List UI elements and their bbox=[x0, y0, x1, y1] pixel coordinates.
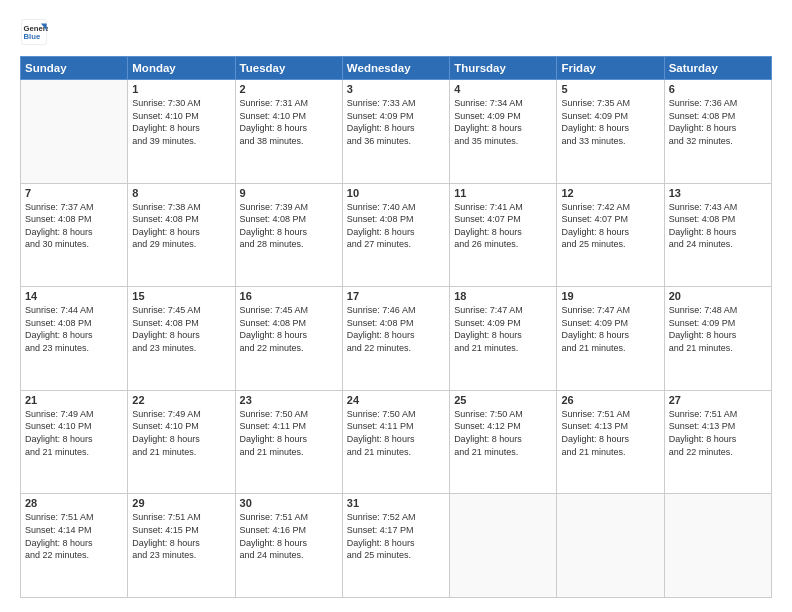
day-cell: 8Sunrise: 7:38 AM Sunset: 4:08 PM Daylig… bbox=[128, 183, 235, 287]
day-info: Sunrise: 7:34 AM Sunset: 4:09 PM Dayligh… bbox=[454, 97, 552, 147]
day-info: Sunrise: 7:36 AM Sunset: 4:08 PM Dayligh… bbox=[669, 97, 767, 147]
day-number: 31 bbox=[347, 497, 445, 509]
day-number: 21 bbox=[25, 394, 123, 406]
day-info: Sunrise: 7:49 AM Sunset: 4:10 PM Dayligh… bbox=[132, 408, 230, 458]
day-cell: 24Sunrise: 7:50 AM Sunset: 4:11 PM Dayli… bbox=[342, 390, 449, 494]
logo-icon: General Blue bbox=[20, 18, 48, 46]
logo: General Blue bbox=[20, 18, 50, 46]
day-number: 17 bbox=[347, 290, 445, 302]
day-info: Sunrise: 7:39 AM Sunset: 4:08 PM Dayligh… bbox=[240, 201, 338, 251]
day-info: Sunrise: 7:43 AM Sunset: 4:08 PM Dayligh… bbox=[669, 201, 767, 251]
day-number: 30 bbox=[240, 497, 338, 509]
weekday-header-saturday: Saturday bbox=[664, 57, 771, 80]
day-info: Sunrise: 7:51 AM Sunset: 4:16 PM Dayligh… bbox=[240, 511, 338, 561]
day-cell: 5Sunrise: 7:35 AM Sunset: 4:09 PM Daylig… bbox=[557, 80, 664, 184]
weekday-header-wednesday: Wednesday bbox=[342, 57, 449, 80]
day-number: 18 bbox=[454, 290, 552, 302]
day-cell: 29Sunrise: 7:51 AM Sunset: 4:15 PM Dayli… bbox=[128, 494, 235, 598]
day-info: Sunrise: 7:42 AM Sunset: 4:07 PM Dayligh… bbox=[561, 201, 659, 251]
day-info: Sunrise: 7:50 AM Sunset: 4:11 PM Dayligh… bbox=[240, 408, 338, 458]
day-cell: 4Sunrise: 7:34 AM Sunset: 4:09 PM Daylig… bbox=[450, 80, 557, 184]
day-cell: 1Sunrise: 7:30 AM Sunset: 4:10 PM Daylig… bbox=[128, 80, 235, 184]
day-cell bbox=[557, 494, 664, 598]
day-info: Sunrise: 7:30 AM Sunset: 4:10 PM Dayligh… bbox=[132, 97, 230, 147]
day-number: 15 bbox=[132, 290, 230, 302]
day-number: 26 bbox=[561, 394, 659, 406]
weekday-header-row: SundayMondayTuesdayWednesdayThursdayFrid… bbox=[21, 57, 772, 80]
day-cell: 3Sunrise: 7:33 AM Sunset: 4:09 PM Daylig… bbox=[342, 80, 449, 184]
day-number: 22 bbox=[132, 394, 230, 406]
day-info: Sunrise: 7:37 AM Sunset: 4:08 PM Dayligh… bbox=[25, 201, 123, 251]
day-info: Sunrise: 7:45 AM Sunset: 4:08 PM Dayligh… bbox=[132, 304, 230, 354]
weekday-header-sunday: Sunday bbox=[21, 57, 128, 80]
day-cell: 2Sunrise: 7:31 AM Sunset: 4:10 PM Daylig… bbox=[235, 80, 342, 184]
week-row-2: 7Sunrise: 7:37 AM Sunset: 4:08 PM Daylig… bbox=[21, 183, 772, 287]
day-number: 5 bbox=[561, 83, 659, 95]
day-info: Sunrise: 7:46 AM Sunset: 4:08 PM Dayligh… bbox=[347, 304, 445, 354]
day-number: 10 bbox=[347, 187, 445, 199]
day-info: Sunrise: 7:38 AM Sunset: 4:08 PM Dayligh… bbox=[132, 201, 230, 251]
day-cell: 18Sunrise: 7:47 AM Sunset: 4:09 PM Dayli… bbox=[450, 287, 557, 391]
day-info: Sunrise: 7:51 AM Sunset: 4:13 PM Dayligh… bbox=[669, 408, 767, 458]
day-cell: 19Sunrise: 7:47 AM Sunset: 4:09 PM Dayli… bbox=[557, 287, 664, 391]
day-info: Sunrise: 7:47 AM Sunset: 4:09 PM Dayligh… bbox=[561, 304, 659, 354]
weekday-header-thursday: Thursday bbox=[450, 57, 557, 80]
day-number: 7 bbox=[25, 187, 123, 199]
day-cell bbox=[21, 80, 128, 184]
day-cell: 27Sunrise: 7:51 AM Sunset: 4:13 PM Dayli… bbox=[664, 390, 771, 494]
day-info: Sunrise: 7:33 AM Sunset: 4:09 PM Dayligh… bbox=[347, 97, 445, 147]
day-info: Sunrise: 7:48 AM Sunset: 4:09 PM Dayligh… bbox=[669, 304, 767, 354]
day-number: 13 bbox=[669, 187, 767, 199]
day-cell: 26Sunrise: 7:51 AM Sunset: 4:13 PM Dayli… bbox=[557, 390, 664, 494]
day-cell: 10Sunrise: 7:40 AM Sunset: 4:08 PM Dayli… bbox=[342, 183, 449, 287]
day-info: Sunrise: 7:51 AM Sunset: 4:13 PM Dayligh… bbox=[561, 408, 659, 458]
day-number: 25 bbox=[454, 394, 552, 406]
svg-text:Blue: Blue bbox=[24, 32, 41, 41]
day-number: 1 bbox=[132, 83, 230, 95]
day-number: 28 bbox=[25, 497, 123, 509]
day-number: 4 bbox=[454, 83, 552, 95]
day-cell: 15Sunrise: 7:45 AM Sunset: 4:08 PM Dayli… bbox=[128, 287, 235, 391]
day-cell: 31Sunrise: 7:52 AM Sunset: 4:17 PM Dayli… bbox=[342, 494, 449, 598]
week-row-1: 1Sunrise: 7:30 AM Sunset: 4:10 PM Daylig… bbox=[21, 80, 772, 184]
week-row-4: 21Sunrise: 7:49 AM Sunset: 4:10 PM Dayli… bbox=[21, 390, 772, 494]
day-cell: 30Sunrise: 7:51 AM Sunset: 4:16 PM Dayli… bbox=[235, 494, 342, 598]
day-info: Sunrise: 7:51 AM Sunset: 4:15 PM Dayligh… bbox=[132, 511, 230, 561]
day-info: Sunrise: 7:41 AM Sunset: 4:07 PM Dayligh… bbox=[454, 201, 552, 251]
day-number: 27 bbox=[669, 394, 767, 406]
day-cell: 22Sunrise: 7:49 AM Sunset: 4:10 PM Dayli… bbox=[128, 390, 235, 494]
day-number: 3 bbox=[347, 83, 445, 95]
day-number: 12 bbox=[561, 187, 659, 199]
day-number: 2 bbox=[240, 83, 338, 95]
day-number: 14 bbox=[25, 290, 123, 302]
day-info: Sunrise: 7:45 AM Sunset: 4:08 PM Dayligh… bbox=[240, 304, 338, 354]
day-info: Sunrise: 7:52 AM Sunset: 4:17 PM Dayligh… bbox=[347, 511, 445, 561]
day-cell: 28Sunrise: 7:51 AM Sunset: 4:14 PM Dayli… bbox=[21, 494, 128, 598]
day-cell bbox=[450, 494, 557, 598]
week-row-3: 14Sunrise: 7:44 AM Sunset: 4:08 PM Dayli… bbox=[21, 287, 772, 391]
header: General Blue bbox=[20, 18, 772, 46]
day-cell: 6Sunrise: 7:36 AM Sunset: 4:08 PM Daylig… bbox=[664, 80, 771, 184]
day-info: Sunrise: 7:49 AM Sunset: 4:10 PM Dayligh… bbox=[25, 408, 123, 458]
day-info: Sunrise: 7:40 AM Sunset: 4:08 PM Dayligh… bbox=[347, 201, 445, 251]
day-info: Sunrise: 7:35 AM Sunset: 4:09 PM Dayligh… bbox=[561, 97, 659, 147]
day-info: Sunrise: 7:31 AM Sunset: 4:10 PM Dayligh… bbox=[240, 97, 338, 147]
day-number: 23 bbox=[240, 394, 338, 406]
day-info: Sunrise: 7:50 AM Sunset: 4:12 PM Dayligh… bbox=[454, 408, 552, 458]
weekday-header-monday: Monday bbox=[128, 57, 235, 80]
day-number: 29 bbox=[132, 497, 230, 509]
day-info: Sunrise: 7:44 AM Sunset: 4:08 PM Dayligh… bbox=[25, 304, 123, 354]
day-number: 8 bbox=[132, 187, 230, 199]
calendar-table: SundayMondayTuesdayWednesdayThursdayFrid… bbox=[20, 56, 772, 598]
day-cell: 21Sunrise: 7:49 AM Sunset: 4:10 PM Dayli… bbox=[21, 390, 128, 494]
day-cell: 17Sunrise: 7:46 AM Sunset: 4:08 PM Dayli… bbox=[342, 287, 449, 391]
day-info: Sunrise: 7:51 AM Sunset: 4:14 PM Dayligh… bbox=[25, 511, 123, 561]
week-row-5: 28Sunrise: 7:51 AM Sunset: 4:14 PM Dayli… bbox=[21, 494, 772, 598]
day-cell: 7Sunrise: 7:37 AM Sunset: 4:08 PM Daylig… bbox=[21, 183, 128, 287]
day-number: 11 bbox=[454, 187, 552, 199]
day-number: 6 bbox=[669, 83, 767, 95]
page: General Blue SundayMondayTuesdayWednesda… bbox=[0, 0, 792, 612]
day-info: Sunrise: 7:47 AM Sunset: 4:09 PM Dayligh… bbox=[454, 304, 552, 354]
day-cell: 25Sunrise: 7:50 AM Sunset: 4:12 PM Dayli… bbox=[450, 390, 557, 494]
day-cell: 9Sunrise: 7:39 AM Sunset: 4:08 PM Daylig… bbox=[235, 183, 342, 287]
